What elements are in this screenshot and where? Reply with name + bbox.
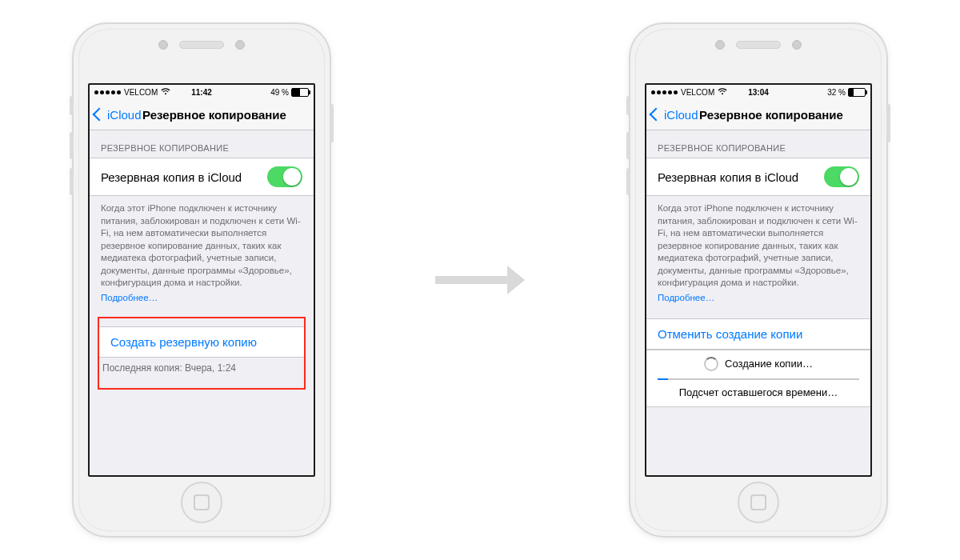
settings-content[interactable]: РЕЗЕРВНОЕ КОПИРОВАНИЕ Резервная копия в …: [90, 130, 314, 475]
power-button: [330, 104, 334, 142]
section-header-backup: РЕЗЕРВНОЕ КОПИРОВАНИЕ: [90, 130, 314, 158]
back-up-now-button[interactable]: Создать резервную копию: [99, 326, 304, 358]
backup-description-text: Когда этот iPhone подключен к источнику …: [646, 196, 870, 291]
navigation-bar: iCloud Резервное копирование: [646, 99, 870, 130]
arrow-right-icon: [435, 266, 525, 294]
screen-right: VELCOM 13:04 32 % iCloud Резервное копир…: [645, 83, 872, 477]
icloud-backup-switch[interactable]: [267, 166, 302, 187]
estimating-time-label: Подсчет оставшегося времени…: [646, 386, 870, 407]
backup-progress-row: Создание копии…: [646, 350, 870, 377]
cancel-backup-button[interactable]: Отменить создание копии: [646, 318, 870, 350]
phone-sensor-bar: [74, 40, 330, 50]
volume-down-button: [70, 168, 74, 195]
navigation-bar: iCloud Резервное копирование: [90, 99, 314, 130]
battery-fill: [849, 89, 854, 96]
icloud-backup-toggle-row[interactable]: Резервная копия в iCloud: [646, 158, 870, 196]
icloud-backup-toggle-label: Резервная копия в iCloud: [101, 170, 242, 184]
silent-switch: [70, 96, 74, 115]
progress-bar: [646, 377, 870, 386]
highlight-rectangle: Создать резервную копию Последняя копия:…: [98, 317, 306, 390]
icloud-backup-switch[interactable]: [824, 166, 859, 187]
back-button[interactable]: iCloud: [651, 108, 698, 122]
front-camera-icon: [792, 40, 802, 50]
battery-icon: [848, 88, 866, 97]
front-camera-icon: [235, 40, 245, 50]
back-up-now-label: Создать резервную копию: [110, 335, 257, 349]
status-bar: VELCOM 11:42 49 %: [90, 85, 314, 99]
battery-fill: [292, 89, 300, 96]
battery-icon: [291, 88, 309, 97]
volume-down-button: [626, 168, 630, 195]
last-backup-label: Последняя копия: Вчера, 1:24: [99, 358, 304, 380]
battery-percentage-label: 49 %: [270, 88, 289, 97]
home-button[interactable]: [738, 482, 779, 523]
icloud-backup-toggle-row[interactable]: Резервная копия в iCloud: [90, 158, 314, 196]
back-button-label: iCloud: [107, 108, 142, 122]
back-button[interactable]: iCloud: [94, 108, 142, 122]
proximity-sensor-icon: [158, 40, 168, 50]
back-button-label: iCloud: [664, 108, 698, 122]
progress-bar-fill: [658, 378, 668, 380]
home-button[interactable]: [181, 482, 222, 523]
learn-more-link[interactable]: Подробнее…: [646, 291, 870, 310]
section-header-backup: РЕЗЕРВНОЕ КОПИРОВАНИЕ: [646, 130, 870, 158]
settings-content[interactable]: РЕЗЕРВНОЕ КОПИРОВАНИЕ Резервная копия в …: [646, 130, 870, 475]
backup-description-text: Когда этот iPhone подключен к источнику …: [90, 196, 314, 291]
icloud-backup-toggle-label: Резервная копия в iCloud: [658, 170, 798, 184]
volume-up-button: [626, 132, 630, 159]
phone-device-left: VELCOM 11:42 49 % iCloud Резервное копир…: [72, 22, 331, 538]
power-button: [886, 104, 890, 142]
backup-progress-label: Создание копии…: [725, 358, 813, 370]
earpiece-speaker-icon: [179, 41, 224, 49]
proximity-sensor-icon: [715, 40, 725, 50]
phone-device-right: VELCOM 13:04 32 % iCloud Резервное копир…: [629, 22, 888, 538]
chevron-left-icon: [93, 108, 106, 122]
battery-percentage-label: 32 %: [827, 88, 846, 97]
phone-sensor-bar: [630, 40, 886, 50]
silent-switch: [626, 96, 630, 115]
earpiece-speaker-icon: [736, 41, 781, 49]
learn-more-link[interactable]: Подробнее…: [90, 291, 314, 310]
cancel-backup-label: Отменить создание копии: [658, 327, 802, 341]
volume-up-button: [70, 132, 74, 159]
screen-left: VELCOM 11:42 49 % iCloud Резервное копир…: [88, 83, 315, 477]
status-bar: VELCOM 13:04 32 %: [646, 85, 870, 99]
spinner-icon: [704, 357, 718, 371]
chevron-left-icon: [650, 108, 663, 122]
